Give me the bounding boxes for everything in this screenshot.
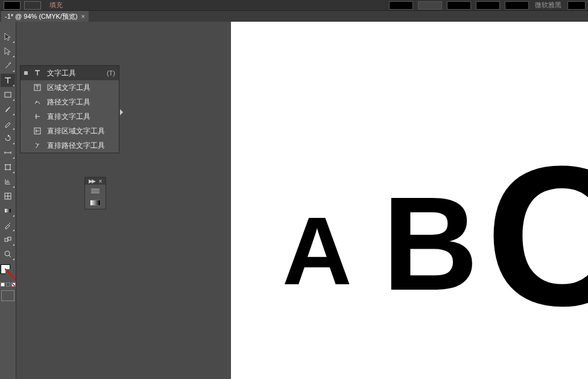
vertical-area-type-icon	[33, 127, 42, 135]
zoom-tool[interactable]	[1, 247, 15, 261]
color-mode-row	[1, 282, 16, 287]
area-type-icon	[33, 84, 42, 91]
panel-icon-gradient[interactable]	[85, 197, 106, 209]
top-field-4[interactable]	[476, 1, 500, 10]
font-label: 微软雅黑	[535, 1, 561, 10]
magic-wand-tool[interactable]	[1, 59, 15, 72]
path-type-icon	[33, 98, 42, 106]
expand-arrows-icon[interactable]: ▶▶	[89, 178, 95, 184]
color-mode-none[interactable]	[11, 282, 16, 287]
fill-stroke-control[interactable]	[1, 264, 15, 279]
svg-rect-6	[5, 193, 11, 199]
selected-indicator-icon	[24, 71, 28, 75]
selected-indicator-icon	[24, 129, 28, 133]
gradient-icon	[90, 200, 101, 206]
direct-selection-tool[interactable]	[1, 45, 15, 58]
blend-tool[interactable]	[1, 233, 15, 246]
svg-point-4	[5, 169, 6, 170]
flyout-label: 直排文字工具	[47, 112, 115, 122]
flyout-label: 直排区域文字工具	[47, 126, 115, 136]
selected-indicator-icon	[24, 115, 28, 118]
text-object-c[interactable]: C	[485, 136, 588, 336]
artboard[interactable]: A B C	[231, 22, 588, 379]
document-tabs: -1* @ 94% (CMYK/预览) ×	[0, 11, 588, 22]
tab-title: -1* @ 94% (CMYK/预览)	[5, 12, 78, 21]
color-mode-solid[interactable]	[1, 282, 5, 287]
mesh-tool[interactable]	[1, 190, 15, 203]
selected-indicator-icon	[24, 100, 28, 104]
close-icon[interactable]: ×	[99, 178, 103, 185]
flyout-label: 区域文字工具	[47, 83, 115, 93]
text-object-b[interactable]: B	[382, 177, 476, 310]
top-field-2[interactable]	[418, 1, 442, 10]
doc-tab[interactable]: -1* @ 94% (CMYK/预览) ×	[1, 11, 89, 22]
flyout-label: 直排路径文字工具	[47, 141, 115, 151]
top-field-3[interactable]	[447, 1, 471, 10]
type-tool-flyout: 文字工具 (T) 区域文字工具 路径文字工具 直排文字工具 直排区域文字工具 直…	[20, 65, 119, 153]
svg-point-3	[10, 164, 11, 165]
flyout-vertical-area-type-tool[interactable]: 直排区域文字工具	[21, 124, 119, 138]
flyout-label: 文字工具	[47, 68, 102, 78]
flyout-path-type-tool[interactable]: 路径文字工具	[21, 95, 119, 109]
selection-tool[interactable]	[1, 30, 15, 43]
paragraph-icon	[91, 189, 100, 193]
close-icon[interactable]: ×	[81, 13, 85, 20]
width-tool[interactable]	[1, 146, 15, 159]
vertical-path-type-icon	[33, 142, 42, 149]
svg-rect-1	[5, 165, 10, 170]
stroke-swatch[interactable]	[24, 1, 41, 10]
type-icon	[33, 69, 42, 77]
top-field-6[interactable]	[567, 1, 586, 10]
panel-icon-paragraph[interactable]	[85, 185, 106, 197]
svg-rect-9	[8, 237, 11, 240]
color-mode-gradient[interactable]	[6, 282, 10, 287]
flyout-vertical-type-tool[interactable]: 直排文字工具	[21, 109, 119, 124]
flyout-label: 路径文字工具	[47, 97, 115, 107]
type-tool[interactable]	[1, 74, 15, 87]
rotate-tool[interactable]	[1, 132, 15, 145]
rectangle-tool[interactable]	[1, 88, 15, 101]
svg-rect-0	[5, 92, 11, 97]
flyout-type-tool[interactable]: 文字工具 (T)	[21, 66, 119, 80]
screen-mode[interactable]	[1, 290, 14, 301]
graph-tool[interactable]	[1, 175, 15, 188]
top-label: 填充	[49, 1, 63, 10]
tools-panel	[0, 22, 16, 379]
svg-point-10	[5, 251, 10, 256]
collapsed-panel[interactable]: ▶▶ ×	[84, 177, 106, 209]
free-transform-tool[interactable]	[1, 161, 15, 174]
svg-rect-8	[5, 238, 8, 241]
shortcut-label: (T)	[107, 69, 115, 77]
gradient-tool[interactable]	[1, 204, 15, 217]
svg-point-2	[5, 164, 6, 165]
paintbrush-tool[interactable]	[1, 103, 15, 116]
panel-header[interactable]: ▶▶ ×	[85, 177, 106, 185]
svg-point-5	[10, 169, 11, 170]
vertical-type-icon	[33, 113, 42, 120]
fill-swatch[interactable]	[4, 1, 21, 10]
eyedropper-tool[interactable]	[1, 218, 15, 232]
top-field-5[interactable]	[505, 1, 529, 10]
svg-rect-7	[5, 209, 11, 212]
text-object-a[interactable]: A	[282, 203, 350, 299]
flyout-tearoff-arrow-icon[interactable]	[120, 109, 123, 115]
top-field-1[interactable]	[389, 1, 413, 10]
options-bar: 填充 微软雅黑	[0, 0, 588, 11]
flyout-vertical-path-type-tool[interactable]: 直排路径文字工具	[21, 138, 119, 153]
stroke-box[interactable]	[5, 269, 15, 279]
pencil-tool[interactable]	[1, 117, 15, 130]
selected-indicator-icon	[24, 144, 28, 147]
selected-indicator-icon	[24, 86, 28, 89]
flyout-area-type-tool[interactable]: 区域文字工具	[21, 80, 119, 95]
